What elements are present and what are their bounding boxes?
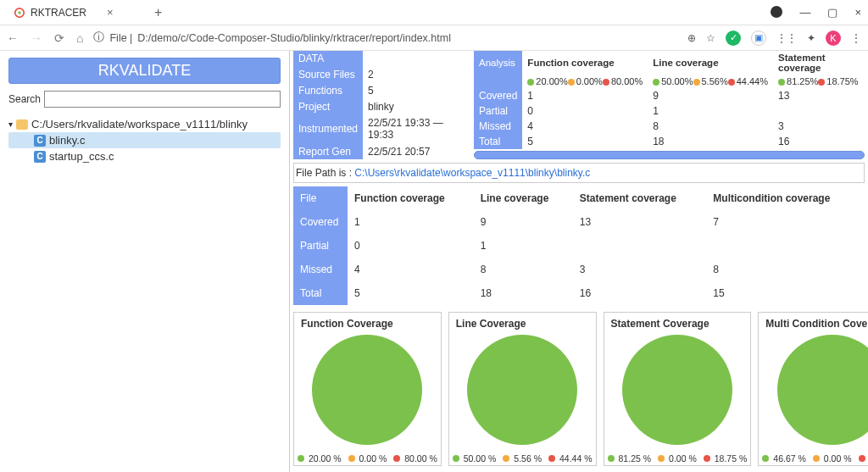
extension-blue-icon[interactable]: ▣ xyxy=(751,31,766,46)
reload-icon[interactable]: ⟳ xyxy=(54,31,64,45)
data-key: Report Gen xyxy=(293,143,363,159)
chart-legend: 46.67 %0.00 %53.33 % xyxy=(762,453,868,464)
pct-cell: 46.67%53.33% xyxy=(864,75,865,88)
row-val: 18 xyxy=(648,134,773,149)
col-stmt: Statement coverage xyxy=(773,51,864,75)
minimize-icon[interactable]: — xyxy=(799,6,810,19)
tree-file-label: startup_ccs.c xyxy=(49,150,114,163)
extension-green-icon[interactable]: ✓ xyxy=(726,31,741,46)
chart-title: Multi Condition Coverage xyxy=(762,318,868,330)
row-label: Partial xyxy=(474,103,522,119)
profile-avatar[interactable]: K xyxy=(826,31,841,46)
col-line: Line coverage xyxy=(474,186,573,210)
search-input[interactable] xyxy=(44,91,281,108)
home-icon[interactable]: ⌂ xyxy=(76,31,83,45)
chart-legend: 81.25 %0.00 %18.75 % xyxy=(608,453,748,464)
col-multi: Multicondition coverage xyxy=(864,51,865,75)
chart-title: Statement Coverage xyxy=(608,318,748,330)
pie-chart xyxy=(622,335,732,445)
tree-file-label: blinky.c xyxy=(49,134,85,147)
chart-box: Line Coverage 50.00 %5.56 %44.44 % xyxy=(448,312,597,466)
row-val: 8 xyxy=(706,258,865,281)
legend-item: 5.56 % xyxy=(503,453,542,464)
legend-item: 0.00 % xyxy=(658,453,697,464)
c-file-icon: C xyxy=(34,151,46,163)
tab-favicon-icon xyxy=(14,7,25,19)
row-label: Covered xyxy=(293,210,348,234)
legend-item: 18.75 % xyxy=(704,453,748,464)
file-tree: ▾ C:/Users/rkvalidate/workspace_v1111/bl… xyxy=(8,116,281,164)
maximize-icon[interactable]: ▢ xyxy=(827,6,837,19)
close-window-icon[interactable]: × xyxy=(854,6,861,19)
file-coverage-table: File Function coverage Line coverage Sta… xyxy=(293,186,865,305)
row-val: 18 xyxy=(474,281,573,305)
data-key: Functions xyxy=(293,83,363,99)
file-path-link[interactable]: C:\Users\rkvalidate\workspace_v1111\blin… xyxy=(354,167,590,179)
url-field[interactable]: ⓘ File | D:/demo/c/Code-Composer-Studio/… xyxy=(93,31,677,45)
data-val: 22/5/21 19:33 — 19:33 xyxy=(363,115,467,144)
tree-folder[interactable]: ▾ C:/Users/rkvalidate/workspace_v1111/bl… xyxy=(8,116,281,132)
left-panel: RKVALIDATE Search ▾ C:/Users/rkvalidate/… xyxy=(0,51,290,472)
row-val: 8 xyxy=(648,119,773,134)
legend-item: 81.25 % xyxy=(608,453,652,464)
zoom-icon[interactable]: ⊕ xyxy=(687,32,696,44)
file-header: File xyxy=(293,186,348,210)
pie-chart xyxy=(312,335,422,445)
col-multi: Multicondition coverage xyxy=(706,186,865,210)
horizontal-scrollbar[interactable] xyxy=(474,151,865,159)
row-label: Missed xyxy=(474,119,522,134)
close-tab-icon[interactable]: × xyxy=(107,6,114,19)
right-panel: DATA Source Files2Functions5Projectblink… xyxy=(290,51,868,472)
chart-box: Multi Condition Coverage 46.67 %0.00 %53… xyxy=(758,312,868,466)
tree-file-startup[interactable]: C startup_ccs.c xyxy=(8,148,281,164)
col-stmt: Statement coverage xyxy=(573,186,707,210)
row-label: Total xyxy=(474,134,522,149)
data-table: DATA Source Files2Functions5Projectblink… xyxy=(293,51,467,159)
browser-toolbar: ← → ⟳ ⌂ ⓘ File | D:/demo/c/Code-Composer… xyxy=(0,25,868,51)
row-val xyxy=(706,234,865,258)
new-tab-button[interactable]: + xyxy=(149,5,167,20)
svg-point-1 xyxy=(18,11,21,14)
back-icon[interactable]: ← xyxy=(7,31,19,45)
row-val: 5 xyxy=(348,281,474,305)
legend-item: 0.00 % xyxy=(348,453,387,464)
brand-header[interactable]: RKVALIDATE xyxy=(8,58,281,84)
tab-title: RKTRACER xyxy=(31,7,86,19)
row-label: Missed xyxy=(293,258,348,281)
menu-icon[interactable]: ⋮ xyxy=(851,32,861,44)
chart-box: Statement Coverage 81.25 %0.00 %18.75 % xyxy=(604,312,752,466)
col-line: Line coverage xyxy=(648,51,773,75)
info-icon[interactable]: ⓘ xyxy=(93,31,104,45)
chart-box: Function Coverage 20.00 %0.00 %80.00 % xyxy=(293,312,442,466)
row-val: 3 xyxy=(573,258,707,281)
pie-chart xyxy=(777,335,868,445)
collapse-icon[interactable]: ▾ xyxy=(8,119,13,129)
row-val: 1 xyxy=(348,210,474,234)
forward-icon[interactable]: → xyxy=(31,31,42,45)
row-val xyxy=(773,103,864,119)
row-val: 4 xyxy=(348,258,474,281)
browser-tab[interactable]: RKTRACER × xyxy=(7,1,142,25)
row-val: 15 xyxy=(706,281,865,305)
row-val: 8 xyxy=(864,119,865,134)
row-val xyxy=(573,234,707,258)
account-dot-icon[interactable] xyxy=(771,6,782,18)
file-path-bar: File Path is : C:\Users\rkvalidate\works… xyxy=(293,163,865,183)
apps-icon[interactable]: ⋮⋮ xyxy=(776,32,797,44)
bookmark-icon[interactable]: ☆ xyxy=(706,32,715,44)
tree-file-blinky[interactable]: C blinky.c xyxy=(8,132,281,148)
pct-cell: 20.00%0.00%80.00% xyxy=(522,75,648,88)
row-val: 1 xyxy=(474,234,573,258)
row-val: 0 xyxy=(522,103,648,119)
legend-item: 0.00 % xyxy=(813,453,852,464)
row-val: 13 xyxy=(773,88,864,103)
row-val: 3 xyxy=(773,119,864,134)
url-prefix: File | xyxy=(109,32,132,44)
row-label: Total xyxy=(293,281,348,305)
file-path-prefix: File Path is : xyxy=(296,167,354,179)
extensions-puzzle-icon[interactable]: ✦ xyxy=(807,32,815,44)
row-label: Partial xyxy=(293,234,348,258)
data-key: Instrumented xyxy=(293,115,363,144)
row-val: 7 xyxy=(706,210,865,234)
row-val: 5 xyxy=(522,134,648,149)
